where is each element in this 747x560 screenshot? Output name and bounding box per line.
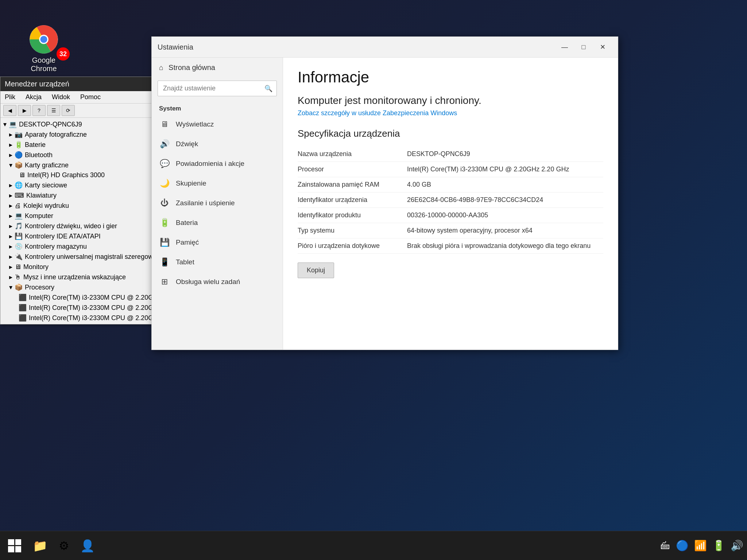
tree-item[interactable]: 🖥Intel(R) HD Graphics 3000 [2,170,155,180]
tablet-label: Tablet [176,258,194,266]
tree-item[interactable]: ▸🔋Baterie [2,140,155,150]
home-label: Strona główna [169,63,215,72]
settings-window-title: Ustawienia [158,43,193,51]
titlebar-controls: — □ ✕ [555,40,612,54]
tree-item[interactable]: ▸🖱Mysz i inne urządzenia wskazujące [2,272,155,282]
tree-item[interactable]: ▸🌐Karty sieciowe [2,180,155,190]
dm-properties-btn[interactable]: ☰ [47,105,60,116]
settings-window: Ustawienia — □ ✕ ⌂ Strona główna 🔍 Syste… [151,36,618,350]
tree-item[interactable]: ▾📦Karty graficzne [2,160,155,170]
settings-home-button[interactable]: ⌂ Strona główna [152,58,283,78]
start-button[interactable] [4,535,26,557]
maximize-button[interactable]: □ [574,40,593,54]
taskbar-network-icon[interactable]: 📶 [694,540,707,552]
power-icon: ⏻ [159,198,170,208]
settings-right-panel: Informacje Komputer jest monitorowany i … [283,58,618,350]
settings-section-label: System [152,102,283,114]
tree-item[interactable]: ⬛Intel(R) Core(TM) i3-2330M CPU @ 2.20GH… [2,303,155,313]
spec-label: Nazwa urządzenia [298,147,407,162]
tree-item[interactable]: ⬛Intel(R) Core(TM) i3-2330M CPU @ 2.20GH… [2,292,155,303]
multitask-icon: ⊞ [159,277,170,287]
settings-nav-item-battery[interactable]: 🔋Bateria [152,213,283,233]
tree-root[interactable]: ▾ 💻 DESKTOP-QPNC6J9 [2,119,155,129]
tablet-icon: 📱 [159,257,170,267]
settings-left-panel: ⌂ Strona główna 🔍 System 🖥Wyświetlacz🔊Dź… [152,58,283,350]
dm-refresh-btn[interactable]: ⟳ [62,105,75,116]
tree-item[interactable]: ▸🔌Kontrolery uniwersalnej magistrali sze… [2,252,155,262]
battery-label: Bateria [176,219,198,227]
spec-label: Procesor [298,162,407,177]
tree-item[interactable]: ▸💿Kontrolery magazynu [2,241,155,252]
settings-nav-item-memory[interactable]: 💾Pamięć [152,233,283,252]
spec-table: Nazwa urządzeniaDESKTOP-QPNC6J9ProcesorI… [298,147,603,254]
notification-badge: 32 [57,47,70,61]
tree-item[interactable]: ⬛Intel(R) Core(TM) i3-2330M CPU @ 2.20GH… [2,313,155,323]
taskbar-battery-icon[interactable]: 🔋 [712,540,725,552]
settings-nav-item-sound[interactable]: 🔊Dźwięk [152,134,283,154]
security-heading: Komputer jest monitorowany i chroniony. [298,95,603,106]
battery-icon: 🔋 [159,218,170,228]
tree-item[interactable]: ▸🖥Monitory [2,262,155,272]
tree-item[interactable]: ▸🖨Kolejki wydruku [2,201,155,211]
security-link[interactable]: Zobacz szczegóły w usłudze Zabezpieczeni… [298,109,457,117]
dm-titlebar: Menedżer urządzeń [0,77,156,91]
settings-nav-item-tablet[interactable]: 📱Tablet [152,252,283,272]
desktop: Google Chrome 32 Menedżer urządzeń Plik … [0,0,747,560]
windows-icon [8,539,21,552]
tree-item[interactable]: ⬛Intel(R) Core(TM) i3-2330M CPU @ 2.20GH… [2,323,155,324]
taskbar-volume-icon[interactable]: 🔊 [731,540,743,552]
spec-value: 64-bitowy system operacyjny, procesor x6… [407,223,603,238]
spec-label: Identyfikator produktu [298,208,407,223]
close-button[interactable]: ✕ [593,40,612,54]
settings-nav-item-multitask[interactable]: ⊞Obsługa wielu zadań [152,272,283,292]
memory-label: Pamięć [176,238,199,246]
spec-value: Brak obsługi pióra i wprowadzania dotyko… [407,238,603,254]
tree-item[interactable]: ▸📷Aparaty fotograficzne [2,129,155,140]
notifications-label: Powiadomienia i akcje [176,160,244,168]
display-icon: 🖥 [159,120,170,129]
taskbar-user[interactable]: 👤 [77,535,98,557]
dm-tree: ▾ 💻 DESKTOP-QPNC6J9 ▸📷Aparaty fotografic… [0,118,156,324]
dm-menubar: Plik Akcja Widok Pomoc [0,91,156,104]
dm-menu-view[interactable]: Widok [50,93,71,102]
dm-title: Menedżer urządzeń [5,80,69,88]
device-manager-window: Menedżer urządzeń Plik Akcja Widok Pomoc… [0,77,157,324]
tree-item[interactable]: ▸🔵Bluetooth [2,150,155,160]
focus-icon: 🌙 [159,179,170,188]
multitask-label: Obsługa wielu zadań [176,278,240,286]
spec-row: Identyfikator urządzenia26E62C84-0CB6-49… [298,192,603,208]
tree-item[interactable]: ▾📦Procesory [2,282,155,292]
page-title: Informacje [298,69,603,86]
tree-item[interactable]: ▸💾Kontrolery IDE ATA/ATAPI [2,231,155,241]
settings-nav-item-focus[interactable]: 🌙Skupienie [152,174,283,193]
dm-menu-action[interactable]: Akcja [24,93,43,102]
tree-item[interactable]: ▸⌨Klawiatury [2,190,155,201]
dm-forward-btn[interactable]: ▶ [18,105,31,116]
spec-tbody: Nazwa urządzeniaDESKTOP-QPNC6J9ProcesorI… [298,147,603,254]
settings-nav-item-notifications[interactable]: 💬Powiadomienia i akcje [152,154,283,174]
settings-nav-item-display[interactable]: 🖥Wyświetlacz [152,114,283,134]
minimize-button[interactable]: — [555,40,574,54]
taskbar: 📁 ⚙ 👤 🖮 🔵 📶 🔋 🔊 [0,531,747,560]
settings-nav: 🖥Wyświetlacz🔊Dźwięk💬Powiadomienia i akcj… [152,114,283,292]
settings-nav-item-power[interactable]: ⏻Zasilanie i uśpienie [152,193,283,213]
taskbar-bluetooth-icon[interactable]: 🔵 [676,540,689,552]
copy-button[interactable]: Kopiuj [298,262,334,278]
taskbar-icons: 📁 ⚙ 👤 [29,535,98,557]
tree-item[interactable]: ▸💻Komputer [2,211,155,221]
dm-help-btn[interactable]: ? [32,105,46,116]
spec-label: Identyfikator urządzenia [298,192,407,208]
taskbar-keyboard-icon[interactable]: 🖮 [660,540,670,552]
dm-menu-file[interactable]: Plik [3,93,17,102]
settings-body: ⌂ Strona główna 🔍 System 🖥Wyświetlacz🔊Dź… [152,58,618,350]
spec-row: ProcesorIntel(R) Core(TM) i3-2330M CPU @… [298,162,603,177]
dm-tree-items: ▸📷Aparaty fotograficzne▸🔋Baterie▸🔵Blueto… [2,129,155,324]
spec-row: Zainstalowana pamięć RAM4.00 GB [298,177,603,192]
dm-back-btn[interactable]: ◀ [3,105,16,116]
settings-search-input[interactable] [158,81,277,96]
spec-label: Zainstalowana pamięć RAM [298,177,407,192]
taskbar-settings[interactable]: ⚙ [53,535,75,557]
taskbar-file-explorer[interactable]: 📁 [29,535,51,557]
tree-item[interactable]: ▸🎵Kontrolery dźwięku, wideo i gier [2,221,155,231]
dm-menu-help[interactable]: Pomoc [79,93,102,102]
